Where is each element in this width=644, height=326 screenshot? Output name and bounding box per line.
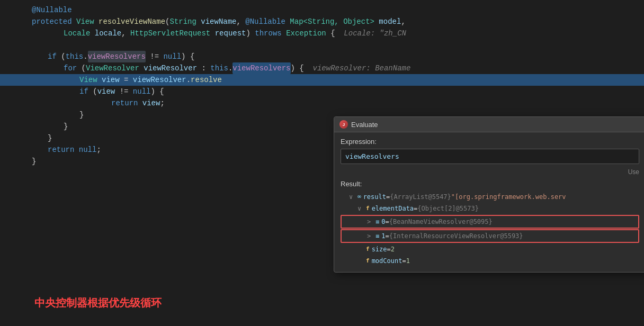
paren-close: ) [246,28,255,39]
view-type: View [79,74,102,86]
result-row-root: ∨ ∞ result = {ArrayList@5547} "[org.spri… [341,191,639,203]
eq1: = [120,74,133,86]
neq: != [146,51,164,62]
code-line-1: @Nullable [0,4,644,16]
ref-bean: {BeanNameViewResolver@5095} [389,216,493,227]
comma1: , [237,16,246,28]
kw-null1: null [163,51,181,62]
evaluate-panel: J Evaluate Expression: Use Result: ∨ ∞ r… [334,116,644,273]
kw-this2: this [210,62,228,74]
viewresolvers-2: viewResolvers [232,62,290,74]
expression-label: Expression: [341,138,639,146]
param-locale-type: Locale [64,28,95,39]
semicolon1: ; [160,97,164,109]
close-brace-1: } [79,109,84,121]
view-var: view [102,74,120,86]
result-row-modcount: f modCount = 1 [341,255,639,267]
result-row-elementdata: ∨ f elementData = {Object[2]@5573} [341,203,639,214]
param-locale: locale [95,28,121,39]
inline-comment-1: Locale: "zh_CN [344,28,406,39]
expand-root[interactable]: ∨ [349,192,355,202]
annotation-nullable: @Nullable [32,4,72,16]
inline-comment-2: viewResolver: BeanName [313,62,411,74]
icon-f-size: f [366,244,370,255]
viewresolver-call: viewResolver [133,74,186,86]
var-result: result [363,192,386,202]
ref-arraylist: {ArrayList@5547} [390,192,451,202]
ref-internal: {InternalResourceViewResolver@5593} [389,231,523,241]
chinese-annotation: 中央控制器根据优先级循环 [34,296,162,310]
paren-if: ( [61,51,65,62]
code-line-return-view: return view; [0,97,644,109]
code-line-2: protected View resolveViewName(String vi… [0,16,644,28]
param-model: model [379,16,401,28]
paren-for-close: ) { [291,62,313,74]
kw-if: if [48,51,61,62]
result-row-size: f size = 2 [341,243,639,255]
modcount-value: 1 [406,256,410,266]
dot2: . [228,62,232,74]
eq-op-3: = [385,216,389,227]
code-line-empty [0,39,644,51]
kw-return: return [111,97,142,109]
code-line-if2: if (view != null) { [0,86,644,97]
close-brace-4: } [32,156,36,167]
kw-protected: protected [32,16,76,28]
eq-op-1: = [386,192,390,202]
code-line-3: Locale locale, HttpServletRequest reques… [0,28,644,39]
kw-if2: if [79,86,93,97]
evaluate-title: Evaluate [351,121,378,129]
index-0: 0 [381,216,385,227]
evaluate-icon: J [339,120,348,129]
code-line-view: View view = viewResolver.resolve [0,74,644,86]
for-var: viewResolver [144,62,197,74]
icon-f-1: f [366,203,370,214]
icon-f-modcount: f [366,256,370,266]
expand-item0[interactable]: > [367,216,373,227]
result-row-item1: > ≡ 1 = {InternalResourceViewResolver@55… [341,229,639,243]
paren-open: ( [165,16,169,28]
close-brace-3: } [48,132,52,144]
neq2: != [115,86,133,97]
result-string: "[org.springframework.web.serv [451,192,566,202]
ref-object2: {Object[2]@5573} [417,203,479,214]
resolve-method: resolve [191,74,222,86]
evaluate-header: J Evaluate [334,117,644,132]
view-var2: view [97,86,115,97]
use-row: Use [341,168,639,176]
semicolon2: ; [96,144,101,156]
expand-item1[interactable]: > [367,231,373,241]
var-elementdata: elementData [372,203,414,214]
code-line-for: for (ViewResolver viewResolver : this.vi… [0,62,644,74]
anno-nullable2: @Nullable [245,16,290,28]
viewresolvers-1: viewResolvers [88,51,146,62]
expand-elementdata[interactable]: ∨ [357,203,364,214]
expression-input[interactable] [341,149,639,164]
size-value: 2 [391,244,395,255]
var-size: size [372,244,387,255]
return-view-val: view [142,97,160,109]
icon-oo: ∞ [357,192,361,202]
icon-list-1: ≡ [375,231,379,241]
kw-view: View [76,16,99,28]
paren-if-close: ) { [181,51,194,62]
param-request: request [215,28,246,39]
index-1: 1 [381,231,385,241]
method-name: resolveViewName [99,16,165,28]
param-req-type: HttpServletRequest [130,28,215,39]
brace-open1: { [330,28,344,39]
param-string1: String [169,16,201,28]
code-editor: @Nullable protected View resolveViewName… [0,0,644,326]
dot1: . [83,51,87,62]
param-map: Map<String, Object> [290,16,379,28]
result-tree: ∨ ∞ result = {ArrayList@5547} "[org.spri… [341,191,639,267]
evaluate-body: Expression: Use Result: ∨ ∞ result = {Ar… [334,132,644,272]
paren-if2: ( [93,86,97,97]
icon-list-0: ≡ [375,216,379,227]
comma3: , [121,28,130,39]
comma2: , [401,16,405,28]
kw-for: for [64,62,82,74]
kw-throws: throws [255,28,286,39]
use-hint: Use [628,168,639,176]
kw-null2: null [133,86,151,97]
